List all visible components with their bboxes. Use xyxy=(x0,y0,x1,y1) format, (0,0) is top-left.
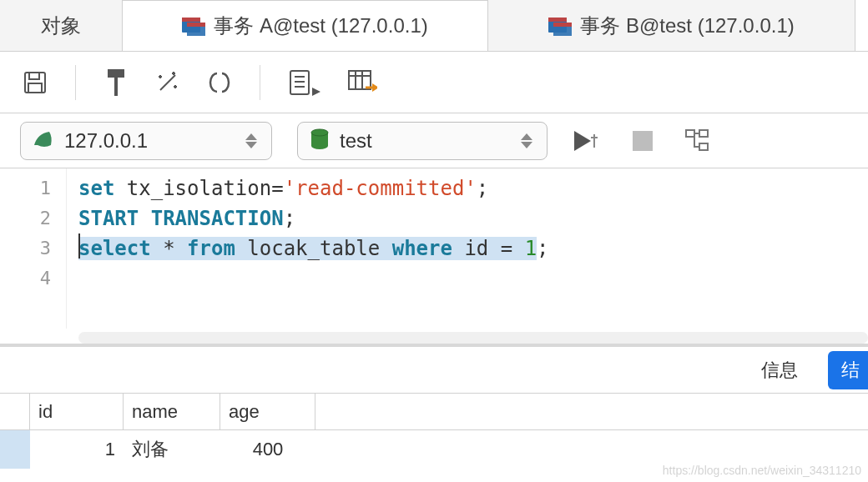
code-line: START TRANSACTION; xyxy=(78,203,868,233)
svg-point-27 xyxy=(311,143,328,149)
watermark: https://blog.csdn.net/weixin_34311210 xyxy=(663,464,861,477)
code-line: select * from locak_table where id = 1; xyxy=(78,233,868,264)
format-button[interactable] xyxy=(101,68,131,98)
result-grid-header: id name age xyxy=(0,394,868,430)
svg-rect-7 xyxy=(553,23,572,27)
svg-marker-17 xyxy=(312,88,320,96)
database-selector[interactable]: test xyxy=(297,122,548,160)
host-selector[interactable]: 127.0.0.1 xyxy=(20,122,272,160)
line-number: 3 xyxy=(0,233,51,264)
tab-label: 事务 B@test (127.0.0.1) xyxy=(580,13,794,39)
code-line: set tx_isolation='read-committed'; xyxy=(78,173,868,203)
line-gutter: 1 2 3 4 xyxy=(0,168,67,329)
updown-icon xyxy=(243,133,260,148)
cell-id[interactable]: 1 xyxy=(30,430,124,469)
column-header-age[interactable]: age xyxy=(220,394,315,429)
run-button[interactable] xyxy=(573,126,603,156)
toolbar-separator xyxy=(260,65,260,100)
svg-marker-29 xyxy=(521,133,532,140)
export-button[interactable] xyxy=(347,68,377,98)
svg-marker-23 xyxy=(245,133,257,140)
result-tabs: 信息 结 xyxy=(0,347,868,394)
svg-rect-35 xyxy=(686,130,694,137)
svg-rect-34 xyxy=(633,131,653,151)
structure-button[interactable] xyxy=(683,126,713,156)
tab-label: 对象 xyxy=(41,13,81,39)
svg-marker-22 xyxy=(372,83,377,92)
database-icon xyxy=(310,128,330,153)
dolphin-icon xyxy=(33,128,54,153)
connection-row: 127.0.0.1 test xyxy=(0,113,868,168)
tab-objects[interactable]: 对象 xyxy=(0,0,123,51)
updown-icon xyxy=(518,133,535,148)
code-line xyxy=(78,264,868,294)
tab-transaction-b[interactable]: 事务 B@test (127.0.0.1) xyxy=(488,0,855,51)
line-number: 4 xyxy=(0,264,51,294)
query-table-icon xyxy=(182,16,205,36)
row-selector-header[interactable] xyxy=(0,394,30,429)
tab-transaction-a[interactable]: 事务 A@test (127.0.0.1) xyxy=(123,0,488,51)
svg-rect-37 xyxy=(699,143,708,150)
beautify-button[interactable] xyxy=(153,68,183,98)
cell-age[interactable]: 400 xyxy=(220,430,315,469)
text-cursor xyxy=(78,233,80,259)
column-header-id[interactable]: id xyxy=(30,394,124,429)
brackets-button[interactable] xyxy=(204,68,235,98)
tab-bar: 对象 事务 A@test (127.0.0.1) 事务 B@test (127.… xyxy=(0,0,868,52)
db-label: test xyxy=(340,129,508,153)
host-label: 127.0.0.1 xyxy=(64,129,233,153)
result-tab[interactable]: 结 xyxy=(828,351,868,389)
horizontal-scrollbar[interactable] xyxy=(78,332,868,344)
info-tab[interactable]: 信息 xyxy=(761,358,798,383)
row-selector[interactable] xyxy=(0,430,30,469)
svg-rect-9 xyxy=(29,73,39,79)
tab-label: 事务 A@test (127.0.0.1) xyxy=(214,13,427,39)
svg-marker-24 xyxy=(245,142,257,148)
svg-rect-36 xyxy=(699,130,708,137)
code-area[interactable]: set tx_isolation='read-committed'; START… xyxy=(67,168,868,329)
toolbar-separator xyxy=(75,65,76,100)
save-button[interactable] xyxy=(20,68,50,98)
stop-button[interactable] xyxy=(628,126,658,156)
explain-button[interactable] xyxy=(285,68,326,98)
svg-rect-12 xyxy=(114,78,118,96)
column-header-name[interactable]: name xyxy=(124,394,220,429)
toolbar xyxy=(0,52,868,113)
svg-rect-10 xyxy=(28,83,42,93)
svg-marker-31 xyxy=(574,131,591,151)
sql-editor[interactable]: 1 2 3 4 set tx_isolation='read-committed… xyxy=(0,168,868,329)
svg-rect-3 xyxy=(187,23,205,27)
svg-rect-5 xyxy=(548,18,567,22)
svg-rect-11 xyxy=(108,69,124,78)
line-number: 1 xyxy=(0,173,51,203)
query-table-icon xyxy=(548,16,572,36)
cell-name[interactable]: 刘备 xyxy=(124,430,220,469)
svg-rect-1 xyxy=(182,18,200,22)
svg-marker-30 xyxy=(521,142,532,148)
line-number: 2 xyxy=(0,203,51,233)
